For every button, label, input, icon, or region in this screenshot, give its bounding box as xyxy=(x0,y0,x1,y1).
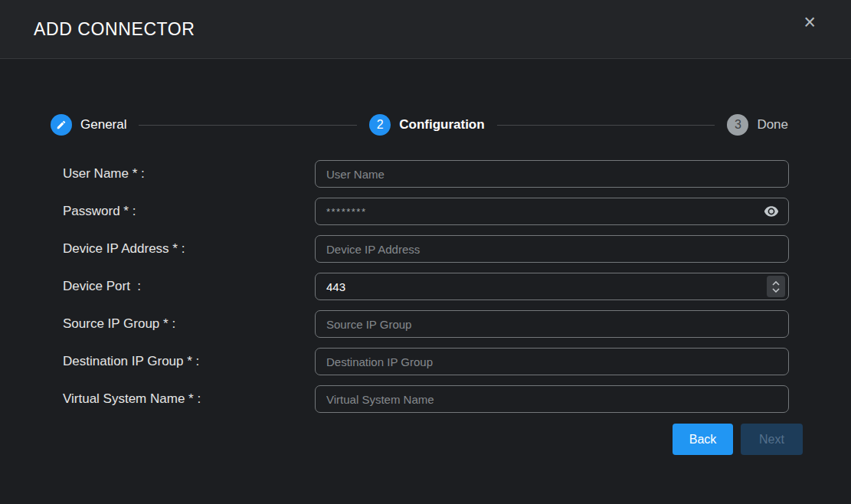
step-configuration-circle: 2 xyxy=(369,114,391,136)
destination-ip-group-input[interactable] xyxy=(315,348,789,375)
device-port-input[interactable] xyxy=(315,273,789,300)
device-ip-input[interactable] xyxy=(315,235,789,263)
close-icon[interactable]: × xyxy=(804,12,816,33)
virtual-system-name-input[interactable] xyxy=(315,385,789,413)
source-ip-group-input[interactable] xyxy=(315,310,789,338)
number-stepper[interactable] xyxy=(767,276,785,297)
device-port-label: Device Port : xyxy=(63,279,315,294)
virtual-system-name-label: Virtual System Name * : xyxy=(63,391,315,407)
step-done-label: Done xyxy=(757,117,788,133)
step-configuration-label: Configuration xyxy=(399,117,484,133)
password-input[interactable] xyxy=(315,198,789,225)
eye-icon[interactable] xyxy=(764,206,779,217)
dialog-footer: Back Next xyxy=(0,424,851,455)
step-done: 3 Done xyxy=(727,114,788,136)
configuration-form: User Name * : Password * : Device IP Add… xyxy=(0,160,851,413)
chevron-up-icon xyxy=(772,281,780,286)
username-label: User Name * : xyxy=(63,166,315,182)
back-button[interactable]: Back xyxy=(673,424,733,455)
wizard-stepper: General 2 Configuration 3 Done xyxy=(51,114,788,136)
step-general-circle xyxy=(51,114,72,136)
step-done-circle: 3 xyxy=(727,114,748,136)
form-row-source-ip-group: Source IP Group * : xyxy=(63,310,851,338)
dialog-header: ADD CONNECTOR × xyxy=(0,0,851,59)
password-label: Password * : xyxy=(63,204,315,219)
source-ip-group-label: Source IP Group * : xyxy=(63,316,315,332)
username-input[interactable] xyxy=(315,160,789,188)
add-connector-dialog: ADD CONNECTOR × General 2 Configuration … xyxy=(0,0,851,455)
form-row-device-port: Device Port : xyxy=(63,273,851,300)
form-row-password: Password * : xyxy=(63,198,851,225)
chevron-down-icon xyxy=(772,288,780,293)
page-title: ADD CONNECTOR xyxy=(34,19,195,40)
stepper-connector-line xyxy=(139,125,357,126)
form-row-destination-ip-group: Destination IP Group * : xyxy=(63,348,851,375)
stepper-connector-line xyxy=(497,125,715,126)
form-row-virtual-system-name: Virtual System Name * : xyxy=(63,385,851,413)
step-general-label: General xyxy=(80,117,126,133)
form-row-username: User Name * : xyxy=(63,160,851,188)
pencil-icon xyxy=(56,119,67,130)
form-row-device-ip: Device IP Address * : xyxy=(63,235,851,263)
step-general[interactable]: General xyxy=(51,114,126,136)
step-configuration[interactable]: 2 Configuration xyxy=(369,114,484,136)
device-ip-label: Device IP Address * : xyxy=(63,241,315,257)
destination-ip-group-label: Destination IP Group * : xyxy=(63,354,315,369)
next-button[interactable]: Next xyxy=(741,424,803,455)
